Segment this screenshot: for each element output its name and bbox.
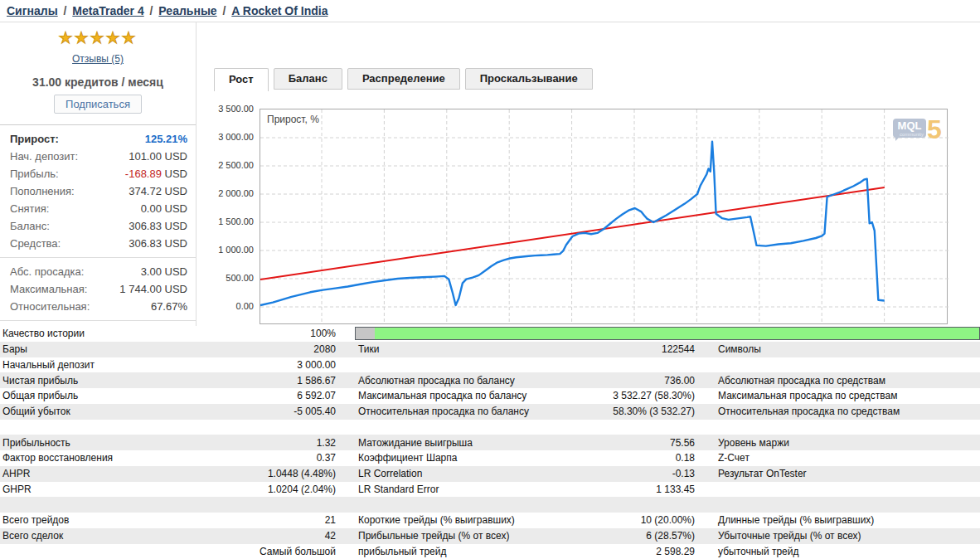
col2-value: 736.00 xyxy=(664,375,695,386)
breadcrumb-link[interactable]: A Rocket Of India xyxy=(231,4,327,17)
breadcrumb-link[interactable]: Реальные xyxy=(158,4,216,17)
col1-label: Всего трейдов xyxy=(2,514,69,526)
stat-row: Прирост:125.21% xyxy=(0,130,196,148)
col1-label: GHPR xyxy=(2,484,32,495)
stat-value-currency: USD xyxy=(162,237,187,250)
col2-label: Тики xyxy=(358,343,379,355)
breadcrumb-link[interactable]: MetaTrader 4 xyxy=(72,4,143,17)
col2-cell: LR Standard Error1 133.45 xyxy=(358,484,695,495)
col1-value: 21 xyxy=(325,514,336,526)
col3-label: Уровень маржи xyxy=(718,437,980,449)
col1-label: Бары xyxy=(2,343,27,355)
stat-row: Максимальная:1 744.00 USD xyxy=(0,280,196,298)
rating-stars[interactable]: ★★★★★ xyxy=(0,28,196,47)
col2-label: Относительная просадка по балансу xyxy=(358,406,529,417)
mql5-logo-box: MQL community xyxy=(893,119,926,138)
stat-group: Прирост:125.21%Нач. депозит:101.00 USDПр… xyxy=(0,129,196,258)
y-tick-label: 2 500.00 xyxy=(218,160,254,170)
col1-value: -5 005.40 xyxy=(294,406,336,417)
stat-value-number: 0.00 xyxy=(141,202,162,215)
col2-label: LR Standard Error xyxy=(358,484,439,495)
col2-label: Короткие трейды (% выигравших) xyxy=(358,514,515,526)
stat-value: 374.72 USD xyxy=(129,182,187,200)
stat-label: Нач. депозит: xyxy=(10,148,78,165)
tab-Рост[interactable]: Рост xyxy=(214,68,269,91)
col2-cell: Матожидание выигрыша75.56 xyxy=(358,437,695,449)
table-row: AHPR1.0448 (4.48%)LR Correlation-0.13Рез… xyxy=(0,466,980,482)
table-row: Общая прибыль6 592.07Максимальная просад… xyxy=(0,388,980,404)
stat-row: Баланс:306.83 USD xyxy=(0,217,196,235)
breadcrumb: Сигналы / MetaTrader 4 / Реальные / A Ro… xyxy=(0,0,980,22)
col1-value: 1.0204 (2.04%) xyxy=(268,484,336,495)
star-icon[interactable]: ★ xyxy=(58,29,74,46)
col1-cell: Начальный депозит3 000.00 xyxy=(0,359,336,371)
col2-value: 10 (20.00%) xyxy=(641,514,695,526)
breadcrumb-separator: / xyxy=(217,4,232,17)
stat-value-currency: USD xyxy=(162,150,187,163)
stat-label: Баланс: xyxy=(10,217,50,235)
subscribe-button[interactable]: Подписаться xyxy=(54,95,142,114)
col1-cell: Бары2080 xyxy=(0,343,336,355)
stat-label: Относительная: xyxy=(10,298,90,315)
stat-value-number: -168.89 xyxy=(125,168,162,180)
col2-label: LR Correlation xyxy=(358,468,422,479)
stat-row: Снятия:0.00 USD xyxy=(0,200,196,217)
chart-tabs: РостБалансРаспределениеПроскальзывание xyxy=(214,68,593,91)
star-icon[interactable]: ★ xyxy=(122,29,138,46)
stat-label: Пополнения: xyxy=(10,182,75,200)
stat-value: 101.00 USD xyxy=(129,148,187,165)
mql5-logo-text: MQL xyxy=(893,119,926,133)
tab-Распределение[interactable]: Распределение xyxy=(347,68,460,90)
stat-value-currency: USD xyxy=(162,202,187,215)
stat-row: Нач. депозит:101.00 USD xyxy=(0,148,196,165)
col3-label: Z-Счет xyxy=(718,452,980,464)
col2-label: прибыльный трейд xyxy=(358,546,446,557)
stat-label: Прибыль: xyxy=(10,165,59,182)
table-row: Прибыльность1.32Матожидание выигрыша75.5… xyxy=(0,435,980,450)
col1-value: 1.32 xyxy=(317,437,336,449)
col2-value: -0.13 xyxy=(672,468,695,479)
stat-value-currency: USD xyxy=(162,185,187,197)
star-icon[interactable]: ★ xyxy=(90,29,105,46)
reviews-link[interactable]: Отзывы (5) xyxy=(72,53,124,65)
table-row: Чистая прибыль1 586.67Абсолютная просадк… xyxy=(0,372,980,388)
col1-cell: Фактор восстановления0.37 xyxy=(0,452,336,464)
col2-cell: Абсолютная просадка по балансу736.00 xyxy=(358,375,695,386)
table-row: Начальный депозит3 000.00 xyxy=(0,357,980,373)
stat-group: Абс. просадка:3.00 USDМаксимальная:1 744… xyxy=(0,261,196,321)
stat-value: 125.21% xyxy=(145,130,187,148)
tab-Проскальзывание[interactable]: Проскальзывание xyxy=(465,68,593,90)
stat-value-number: 67.67% xyxy=(151,300,187,313)
col2-label: Матожидание выигрыша xyxy=(358,437,473,449)
stat-value: 0.00 USD xyxy=(141,200,187,217)
stat-row: Абс. просадка:3.00 USD xyxy=(0,263,196,280)
col2-value: 0.18 xyxy=(676,452,695,464)
sidebar: ★★★★★ Отзывы (5) 31.00 кредитов / месяц … xyxy=(0,22,196,326)
star-icon[interactable]: ★ xyxy=(74,29,90,46)
stat-value-currency: USD xyxy=(162,283,187,295)
col1-label: Прибыльность xyxy=(2,437,70,449)
stat-value: 306.83 USD xyxy=(129,235,187,252)
col2-cell: Прибыльные трейды (% от всех)6 (28.57%) xyxy=(358,530,695,542)
y-tick-label: 1 500.00 xyxy=(218,216,254,226)
subscription-price: 31.00 кредитов / месяц xyxy=(0,75,196,89)
breadcrumb-link[interactable]: Сигналы xyxy=(7,4,58,17)
stat-row: Относительная:67.67% xyxy=(0,298,196,315)
mql5-logo: MQL community 5 xyxy=(893,119,942,140)
mql5-logo-subtext: community xyxy=(900,132,924,137)
col1-label: Чистая прибыль xyxy=(2,375,78,386)
col1-label: Общий убыток xyxy=(2,406,70,417)
growth-chart: Прирост, % MQL community 5 xyxy=(260,109,948,324)
tab-Баланс[interactable]: Баланс xyxy=(274,68,342,90)
col2-label: Коэффициент Шарпа xyxy=(358,452,457,464)
col2-cell: Относительная просадка по балансу58.30% … xyxy=(358,406,695,417)
y-tick-label: 0.00 xyxy=(236,301,254,311)
table-row: Всего сделок42Прибыльные трейды (% от вс… xyxy=(0,528,980,544)
stat-value-currency: USD xyxy=(162,168,187,180)
col3-label: Длинные трейды (% выигравших) xyxy=(718,514,980,526)
stat-label: Снятия: xyxy=(10,200,49,217)
stat-value: 67.67% xyxy=(151,298,187,315)
col3-label: Убыточные трейды (% от всех) xyxy=(718,530,980,542)
signal-stats: Прирост:125.21%Нач. депозит:101.00 USDПр… xyxy=(0,124,196,348)
star-icon[interactable]: ★ xyxy=(106,29,122,46)
